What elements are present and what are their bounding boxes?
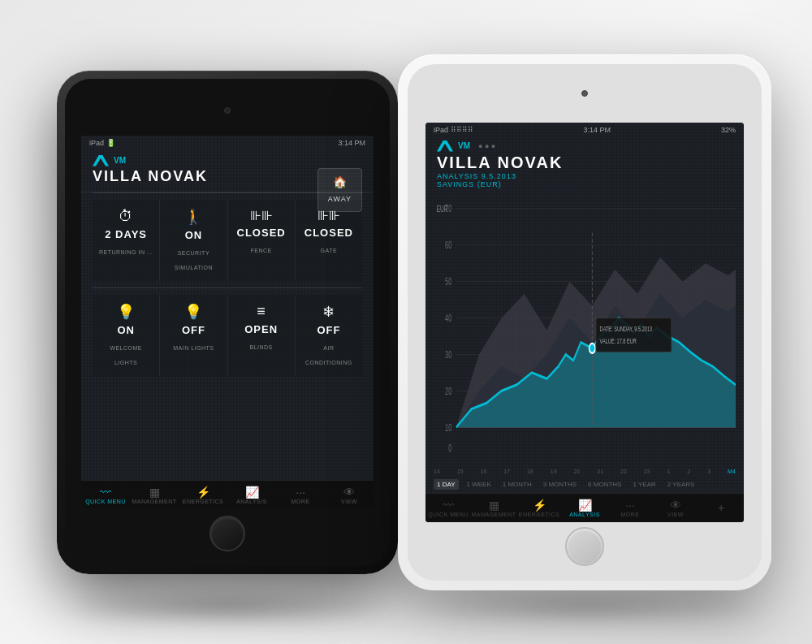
status-grid-top: ⏱ 2 DAYS RETURNING IN ... 🚶 ON SECURITY … [93, 200, 362, 281]
white-nav-energetics[interactable]: ⚡ ENERGETICS [516, 499, 562, 517]
status-cell-gate[interactable]: ⊪⊪ CLOSED GATE [296, 200, 362, 281]
filter-3months[interactable]: 3 MONTHS [540, 479, 580, 490]
more-label: MORE [276, 499, 325, 504]
dark-time: 3:14 PM [338, 139, 365, 147]
white-add-icon: + [698, 501, 744, 514]
white-more-icon: ··· [607, 499, 653, 512]
dark-nav-view[interactable]: 👁 VIEW [325, 486, 374, 504]
dark-nav-quick-menu[interactable]: 〰 QUICK MENU [81, 486, 130, 504]
x-label-19: 19 [551, 469, 557, 474]
white-header: VM ● ● ● VILLA NOVAK ANALYSIS 9.5.2013 S… [425, 137, 744, 193]
days-value: 2 DAYS [97, 228, 154, 240]
white-view-icon: 👁 [653, 499, 698, 512]
white-title: VILLA NOVAK [437, 153, 732, 172]
dark-ipad-camera [224, 107, 231, 114]
dark-nav-more[interactable]: ··· MORE [276, 486, 325, 504]
svg-text:0: 0 [448, 443, 451, 453]
logo-text: VM [114, 156, 126, 165]
filter-2years[interactable]: 2 YEARS [664, 479, 698, 490]
status-cell-fence[interactable]: ⊪⊪ CLOSED FENCE [228, 200, 295, 281]
dark-status-bar: iPad 🔋 3:14 PM [81, 136, 374, 150]
status-cell-main-lights[interactable]: 💡 OFF MAIN LIGHTS [160, 295, 227, 376]
security-label: SECURITY SIMULATION [175, 250, 213, 270]
white-nav-management[interactable]: ▦ MANAGEMENT [471, 499, 516, 517]
scene: iPad 🔋 3:14 PM VM VILLA NOVAK 🏠 [41, 38, 771, 607]
svg-text:40: 40 [445, 313, 452, 323]
time-filter-bar: 1 DAY 1 WEEK 1 MONTH 3 MONTHS 6 MONTHS 1… [425, 476, 744, 493]
days-label: RETURNING IN ... [99, 249, 153, 255]
dark-ipad-bezel: iPad 🔋 3:14 PM VM VILLA NOVAK 🏠 [65, 79, 390, 566]
fence-label: FENCE [251, 248, 272, 253]
status-cell-ac[interactable]: ❄ OFF AIR CONDITIONING [296, 295, 362, 376]
filter-6months[interactable]: 6 MONTHS [585, 479, 624, 490]
dark-nav-energetics[interactable]: ⚡ ENERGETICS [179, 486, 227, 504]
energetics-icon: ⚡ [179, 486, 227, 499]
bulb-on-icon: 💡 [97, 303, 154, 321]
svg-point-20 [590, 343, 595, 352]
dark-screen-content: iPad 🔋 3:14 PM VM VILLA NOVAK 🏠 [81, 136, 374, 509]
analysis-icon: 📈 [227, 486, 276, 499]
ac-label: AIR CONDITIONING [305, 345, 352, 365]
white-device-label: iPad ⠿⠿⠿⠿ [434, 126, 473, 134]
white-quick-menu-icon: 〰 [425, 499, 471, 512]
white-ipad-camera [581, 90, 588, 97]
divider-2 [93, 287, 362, 288]
x-label-15: 15 [457, 469, 464, 474]
bulb-off-icon: 💡 [165, 303, 222, 321]
dark-nav-analysis[interactable]: 📈 ANALYSIS [227, 486, 276, 504]
ac-value: OFF [300, 324, 357, 336]
dark-home-button[interactable] [209, 516, 245, 551]
main-lights-value: OFF [165, 324, 222, 336]
dark-nav-management[interactable]: ▦ MANAGEMENT [130, 486, 179, 504]
energetics-label: ENERGETICS [179, 499, 227, 504]
home-icon: 🏠 [328, 175, 352, 188]
status-grid-bottom: 💡 ON WELCOME LIGHTS 💡 OFF MAIN LIGHTS [93, 295, 362, 376]
white-nav-quick-menu[interactable]: 〰 QUICK MENU [425, 499, 471, 517]
welcome-lights-label: WELCOME LIGHTS [110, 345, 142, 365]
dark-ipad-shadow [57, 590, 398, 623]
welcome-lights-value: ON [97, 324, 154, 336]
blinds-icon: ≡ [233, 303, 290, 320]
white-status-bar: iPad ⠿⠿⠿⠿ 3:14 PM 32% [425, 123, 744, 137]
status-cell-blinds[interactable]: ≡ OPEN BLINDS [228, 295, 295, 376]
x-label-14: 14 [434, 469, 440, 474]
white-nav-more[interactable]: ··· MORE [607, 499, 653, 517]
x-label-3: 3 [707, 469, 710, 474]
away-label: AWAY [328, 195, 352, 203]
svg-rect-21 [596, 318, 672, 352]
white-ipad: iPad ⠿⠿⠿⠿ 3:14 PM 32% VM ● ● ● VILLA NOV… [398, 54, 771, 590]
white-nav-view[interactable]: 👁 VIEW [653, 499, 698, 517]
white-time: 3:14 PM [583, 126, 611, 134]
filter-1month[interactable]: 1 MONTH [499, 479, 535, 490]
svg-text:VALUE: 17.8 EUR: VALUE: 17.8 EUR [600, 336, 637, 345]
white-energetics-label: ENERGETICS [516, 512, 562, 517]
white-analysis-icon: 📈 [562, 499, 607, 512]
status-cell-days[interactable]: ⏱ 2 DAYS RETURNING IN ... [93, 200, 159, 281]
filter-1week[interactable]: 1 WEEK [464, 479, 495, 490]
x-label-20: 20 [574, 469, 581, 474]
white-ipad-screen: iPad ⠿⠿⠿⠿ 3:14 PM 32% VM ● ● ● VILLA NOV… [425, 123, 744, 522]
blinds-label: BLINDS [249, 344, 272, 350]
filter-1year[interactable]: 1 YEAR [629, 479, 659, 490]
white-home-button[interactable] [565, 527, 604, 566]
management-label: MANAGEMENT [130, 499, 179, 504]
white-management-icon: ▦ [471, 499, 516, 512]
white-more-label: MORE [607, 512, 653, 517]
x-label-18: 18 [527, 469, 533, 474]
x-axis-labels: 14 15 16 17 18 19 20 21 22 23 1 2 3 M4 [425, 467, 744, 476]
x-label-21: 21 [597, 469, 603, 474]
away-button[interactable]: 🏠 AWAY [317, 168, 362, 212]
view-icon: 👁 [325, 486, 374, 499]
chart-svg: 70 60 50 40 30 20 10 0 EUR [434, 197, 736, 464]
white-nav-add[interactable]: + [698, 501, 744, 514]
white-savings-label: SAVINGS (EUR) [437, 180, 732, 188]
white-nav-analysis[interactable]: 📈 ANALYSIS [562, 499, 607, 517]
quick-menu-icon: 〰 [81, 486, 130, 499]
x-label-23: 23 [644, 469, 650, 474]
status-cell-welcome-lights[interactable]: 💡 ON WELCOME LIGHTS [93, 295, 159, 376]
filter-1day[interactable]: 1 DAY [434, 479, 459, 490]
x-label-1: 1 [667, 469, 671, 474]
dark-ipad-screen: iPad 🔋 3:14 PM VM VILLA NOVAK 🏠 [81, 136, 374, 509]
svg-text:20: 20 [445, 385, 452, 395]
status-cell-security[interactable]: 🚶 ON SECURITY SIMULATION [160, 200, 227, 281]
